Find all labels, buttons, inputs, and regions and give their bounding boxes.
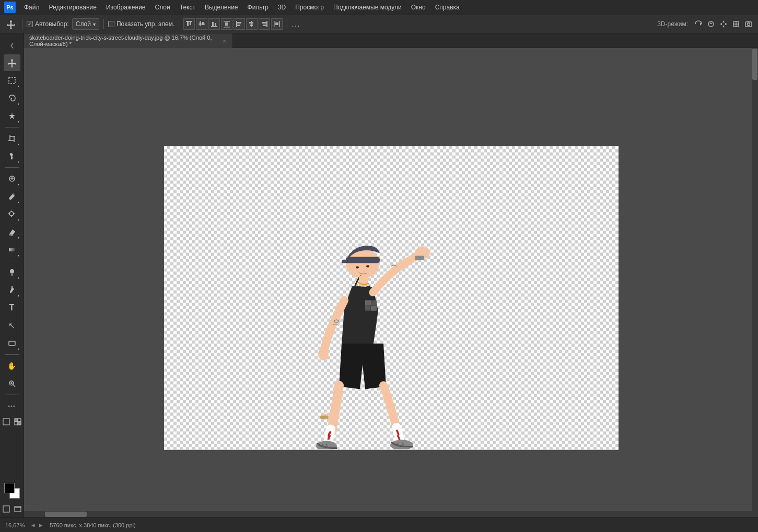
align-center-v-btn[interactable] [246,18,258,30]
menu-file[interactable]: Файл [20,3,44,12]
eraser-tool[interactable]: ▾ [4,224,20,240]
extra-options[interactable]: ••• [4,398,20,414]
document-tab[interactable]: skateboarder-doing-trick-city-s-street-c… [24,33,233,48]
screen-mode-normal[interactable] [1,504,11,514]
menu-help[interactable]: Справка [431,3,464,12]
status-nav-next[interactable]: ▸ [38,521,44,529]
align-center-h-btn[interactable] [196,18,207,30]
canvas-viewport[interactable] [24,48,758,517]
svg-rect-3 [190,22,191,25]
gradient-tool[interactable]: ▾ [4,241,20,258]
menu-edit[interactable]: Редактирование [45,3,101,12]
menu-text[interactable]: Текст [176,3,200,12]
menu-image[interactable]: Изображение [102,3,150,12]
svg-rect-19 [266,21,267,27]
svg-rect-18 [250,25,253,26]
align-left-btn[interactable] [234,18,245,30]
toolbox-collapse[interactable]: ❮ [4,37,20,53]
screen-mode-full-menu[interactable] [13,504,23,514]
svg-marker-28 [720,23,722,25]
svg-rect-12 [225,22,228,26]
quick-mask-off[interactable] [1,417,11,427]
distribute-h-btn[interactable] [271,18,283,30]
pen-tool[interactable]: ▾ [4,282,20,298]
layer-dropdown[interactable]: Слой ▾ [72,18,99,30]
svg-rect-4 [199,24,205,25]
svg-line-60 [13,385,15,387]
svg-point-82 [318,348,329,361]
tab-title: skateboarder-doing-trick-city-s-street-c… [29,34,219,47]
dodge-tool[interactable]: ▾ [4,264,20,281]
svg-rect-43 [11,156,13,159]
svg-rect-8 [212,22,214,26]
clone-tool[interactable]: ▾ [4,206,20,223]
svg-marker-38 [9,112,15,119]
move-3d-icon[interactable] [718,19,729,29]
svg-rect-7 [211,26,217,27]
svg-rect-11 [224,27,230,28]
svg-rect-20 [262,22,266,24]
toolbar-separator-1 [22,19,22,29]
horizontal-scrollbar[interactable] [24,511,758,517]
tab-bar: skateboarder-doing-trick-city-s-street-c… [24,33,758,48]
document-canvas[interactable] [164,146,619,450]
reset-3d-icon[interactable] [706,19,716,29]
svg-rect-72 [346,257,380,263]
quick-mask-on[interactable] [13,417,23,427]
more-options-btn[interactable]: ... [291,19,300,29]
move-tool[interactable] [4,54,20,71]
status-nav-prev[interactable]: ◂ [30,521,37,529]
svg-rect-16 [251,21,252,27]
menu-layer[interactable]: Слои [151,3,174,12]
brush-tool[interactable]: ▾ [4,188,20,205]
svg-point-25 [708,21,714,27]
align-right-btn[interactable] [259,18,270,30]
healing-tool[interactable]: ▾ [4,170,20,187]
menu-select[interactable]: Выделение [201,3,242,12]
rect-select-tool[interactable]: ▾ [4,72,20,89]
magic-wand-tool[interactable]: ▾ [4,108,20,124]
main-area: ❮ ▾ ▾ ▾ [0,33,758,517]
scale-3d-icon[interactable] [731,19,741,29]
align-top-btn[interactable] [183,18,195,30]
tab-close-btn[interactable]: × [222,37,227,44]
svg-marker-29 [725,23,727,25]
svg-marker-36 [8,59,16,67]
svg-rect-14 [237,22,241,24]
zoom-tool[interactable] [4,375,20,392]
crop-tool[interactable]: ▾ [4,130,20,147]
vertical-scrollbar[interactable] [752,48,758,517]
svg-rect-73 [342,260,349,263]
text-tool[interactable]: T [4,299,20,316]
svg-rect-65 [18,419,21,422]
document-dimensions: 5760 пикс. x 3840 пикс. (300 рpi) [50,522,135,528]
autoselect-checkbox[interactable]: ✓ [27,21,33,27]
svg-rect-92 [320,416,329,419]
menu-filter[interactable]: Фильтр [243,3,273,12]
vertical-scroll-thumb[interactable] [752,49,757,80]
align-bottom-btn[interactable] [208,18,220,30]
rotate-3d-icon[interactable] [693,19,704,29]
svg-rect-58 [9,341,15,345]
skateboarder-figure [287,225,438,449]
fg-bg-swatches[interactable] [4,483,20,499]
lasso-tool[interactable]: ▾ [4,90,20,107]
show-controls-checkbox[interactable] [108,21,114,27]
hand-tool[interactable]: ✋ [4,357,20,374]
show-controls-label: Показать упр. элем. [116,20,174,28]
menu-window[interactable]: Окно [407,3,430,12]
shape-tool[interactable]: ▾ [4,335,20,352]
menu-view[interactable]: Просмотр [291,3,328,12]
fg-color-swatch[interactable] [4,483,15,493]
menu-3d[interactable]: 3D [274,3,290,12]
eyedropper-tool[interactable]: ▾ [4,148,20,165]
svg-point-75 [366,265,369,268]
distribute-v-btn[interactable] [221,18,232,30]
camera-3d-icon[interactable] [743,19,754,29]
horizontal-scroll-thumb[interactable] [45,512,87,517]
canvas-area: skateboarder-doing-trick-city-s-street-c… [24,33,758,517]
path-select-tool[interactable]: ↖ [4,317,20,334]
tool-separator-4 [5,354,19,355]
tool-separator-2 [5,167,19,168]
menu-plugins[interactable]: Подключаемые модули [329,3,406,12]
